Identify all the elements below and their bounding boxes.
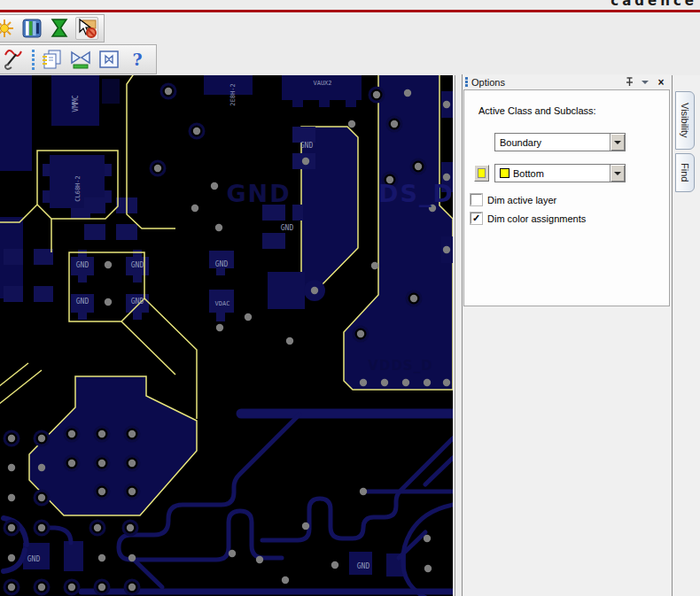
subclass-color-swatch (500, 168, 509, 178)
board-label: GND (215, 260, 229, 268)
options-panel-header[interactable]: Options × (463, 74, 671, 89)
dim-color-assignments-label: Dim color assignments (487, 213, 586, 224)
dim-color-assignments-row: ✓ Dim color assignments (471, 213, 586, 224)
board-label: 2E8H-2 (229, 83, 237, 105)
hourglass-icon[interactable] (48, 17, 71, 40)
board-label: GND (27, 555, 41, 563)
panel-menu-icon[interactable] (639, 76, 651, 88)
pin-icon[interactable] (623, 76, 635, 88)
dim-active-layer-checkbox[interactable] (471, 194, 482, 205)
brand-strip: cadence (0, 0, 700, 10)
chevron-down-icon[interactable] (610, 165, 625, 182)
board-label: GND (131, 298, 144, 306)
panel-grip-icon (465, 77, 468, 87)
board-label: VDAC (215, 300, 230, 307)
board-label: CL68H-2 (74, 175, 82, 202)
cursor-block-icon[interactable] (75, 17, 98, 40)
subclass-value-text: Bottom (513, 168, 544, 179)
board-label: VMMC (72, 95, 80, 112)
shape-merge-icon[interactable] (69, 48, 92, 71)
toolbar-separator (30, 48, 35, 71)
close-icon[interactable]: × (655, 76, 667, 88)
board-label: GND (357, 562, 370, 570)
dim-active-layer-label: Dim active layer (487, 195, 556, 205)
options-panel-body: Active Class and Subclass: Boundary Bott… (463, 89, 670, 306)
tab-visibility[interactable]: Visibility (675, 91, 695, 150)
layer-bars-icon[interactable] (20, 17, 43, 40)
brand-rule (0, 10, 700, 12)
chevron-down-icon[interactable] (610, 134, 625, 151)
class-dropdown-value: Boundary (495, 137, 610, 148)
cadence-logo: cadence (611, 0, 697, 9)
board-label: GND (226, 180, 291, 207)
pcb-canvas[interactable]: VMMC2E8H-2VAUX2CL68H-2GNDGNDGNDGNDGNDGND… (0, 75, 453, 596)
class-dropdown[interactable]: Boundary (494, 133, 626, 151)
board-label: GND (281, 224, 294, 232)
dim-active-layer-row: Dim active layer (471, 194, 556, 205)
board-label: DS_D (378, 180, 453, 207)
help-icon[interactable]: ? (126, 48, 149, 71)
toolbar-primary (0, 14, 105, 43)
board-label: VAUX2 (313, 80, 331, 87)
shape-box-icon[interactable] (97, 48, 121, 71)
help-glyph: ? (132, 50, 142, 69)
subclass-dropdown[interactable]: Bottom (494, 164, 626, 182)
panel-divider (455, 75, 455, 596)
tab-find[interactable]: Find (675, 153, 695, 192)
board-label: VDDS_D (368, 358, 432, 374)
pen-squiggle-icon[interactable] (2, 48, 25, 71)
tab-find-label: Find (680, 163, 690, 182)
tab-visibility-label: Visibility (680, 103, 690, 138)
board-label: GND (76, 261, 89, 269)
copy-documents-icon[interactable] (41, 48, 64, 71)
board-label: GND (76, 298, 89, 306)
board-label: GND (300, 142, 314, 150)
options-panel: Options × Active Class and Subclass: Bou… (462, 74, 671, 596)
board-label: GND (131, 261, 144, 269)
toolbar-secondary: ? (0, 44, 157, 74)
highlight-sun-icon[interactable] (0, 17, 16, 40)
subclass-dropdown-value: Bottom (495, 168, 610, 179)
layer-color-swatch[interactable] (474, 165, 489, 182)
options-panel-title: Options (471, 77, 619, 88)
active-class-label: Active Class and Subclass: (478, 105, 596, 116)
dim-color-assignments-checkbox[interactable]: ✓ (471, 213, 482, 224)
side-tab-strip: Visibility Find (672, 75, 700, 596)
